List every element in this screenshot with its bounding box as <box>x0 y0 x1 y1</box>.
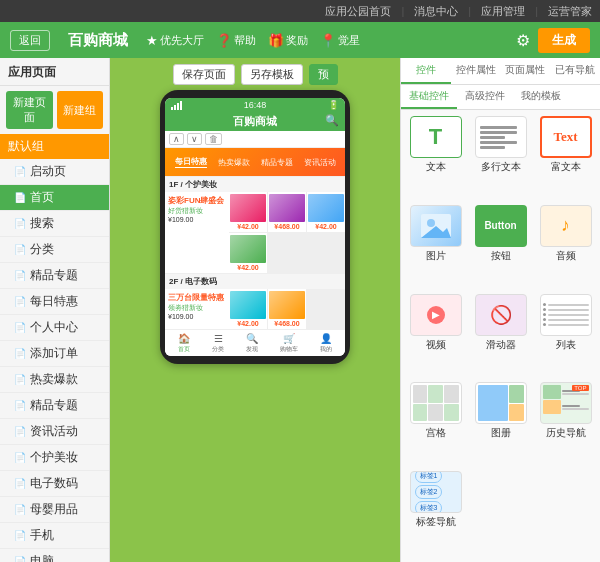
sidebar-item-babygoods[interactable]: 📄 母婴用品 <box>0 497 109 523</box>
sidebar-item-daily[interactable]: 📄 每日特惠 <box>0 289 109 315</box>
sidebar-item-computer[interactable]: 📄 电脑 <box>0 549 109 562</box>
widget-gallery[interactable]: 图册 <box>470 382 531 467</box>
preview-button[interactable]: 预 <box>309 64 338 85</box>
nav-down-button[interactable]: ∨ <box>187 133 202 145</box>
sidebar-item-mobile[interactable]: 📄 手机 <box>0 523 109 549</box>
widget-list[interactable]: 列表 <box>535 294 596 379</box>
phone-shop-name: 百购商城 <box>233 115 277 127</box>
nav-trash-button[interactable]: 🗑 <box>205 133 222 145</box>
widget-audio[interactable]: ♪ 音频 <box>535 205 596 290</box>
phone-nav-discover[interactable]: 🔍 发现 <box>246 333 258 354</box>
header-tool-location[interactable]: 📍 觉星 <box>320 33 360 48</box>
widget-slider[interactable]: 🚫 滑动器 <box>470 294 531 379</box>
video-widget-icon: ▶ <box>410 294 462 336</box>
phone-status-bar: 16:48 🔋 <box>165 98 345 112</box>
phone-grid-item[interactable]: ¥42.00 <box>229 289 267 329</box>
widget-video[interactable]: ▶ 视频 <box>405 294 466 379</box>
phone-search-icon[interactable]: 🔍 <box>325 114 339 127</box>
header-tool-reward[interactable]: 🎁 奖励 <box>268 33 308 48</box>
phone-grid-item[interactable]: ¥42.00 <box>229 233 267 273</box>
page-icon: 📄 <box>14 556 26 562</box>
right-tabs: 控件 控件属性 页面属性 已有导航 <box>401 58 600 85</box>
widget-multitext[interactable]: 多行文本 <box>470 116 531 201</box>
sidebar-item-news[interactable]: 📄 资讯活动 <box>0 419 109 445</box>
banner-tab-hot[interactable]: 热卖爆款 <box>218 157 250 168</box>
widget-image-label: 图片 <box>426 249 446 263</box>
save-template-button[interactable]: 另存模板 <box>241 64 303 85</box>
new-group-button[interactable]: 新建组 <box>57 91 104 129</box>
richtext-widget-icon: Text <box>540 116 592 158</box>
center-content: 保存页面 另存模板 预 16:48 🔋 <box>110 58 400 562</box>
widget-tab-basic[interactable]: 基础控件 <box>401 85 457 109</box>
phone-grid-item[interactable]: ¥468.00 <box>268 192 306 232</box>
phone-banner: 每日特惠 热卖爆款 精品专题 资讯活动 <box>165 148 345 176</box>
top-nav-park[interactable]: 应用公园首页 <box>325 4 391 19</box>
sidebar-item-hotsale[interactable]: 📄 热卖爆款 <box>0 367 109 393</box>
page-icon: 📄 <box>14 530 26 541</box>
page-icon: 📄 <box>14 426 26 437</box>
widget-list-label: 列表 <box>556 338 576 352</box>
sidebar-item-orders[interactable]: 📄 添加订单 <box>0 341 109 367</box>
widget-grid-label: 宫格 <box>426 426 446 440</box>
widget-grid[interactable]: 宫格 <box>405 382 466 467</box>
new-page-button[interactable]: 新建页面 <box>6 91 53 129</box>
center-toolbar: 保存页面 另存模板 预 <box>116 64 394 85</box>
phone-nav-profile[interactable]: 👤 我的 <box>320 333 332 354</box>
sidebar-item-beauty[interactable]: 📄 个护美妆 <box>0 445 109 471</box>
sidebar-item-home[interactable]: 📄 首页 <box>0 185 109 211</box>
phone-promo-1: 姿彩FUN肆盛会 好货猎新妆 ¥109.00 <box>165 192 229 273</box>
phone-nav-cart[interactable]: 🛒 购物车 <box>280 333 298 354</box>
sidebar-item-featured2[interactable]: 📄 精品专题 <box>0 393 109 419</box>
banner-tab-featured[interactable]: 精品专题 <box>261 157 293 168</box>
sidebar-item-electronics[interactable]: 📄 电子数码 <box>0 471 109 497</box>
tab-widgets[interactable]: 控件 <box>401 58 451 84</box>
list-widget-icon <box>540 294 592 336</box>
text-widget-icon: T <box>410 116 462 158</box>
sidebar-item-search[interactable]: 📄 搜索 <box>0 211 109 237</box>
text-lines <box>476 122 526 153</box>
widget-tab-advanced[interactable]: 高级控件 <box>457 85 513 109</box>
header-tool-help[interactable]: ❓ 帮助 <box>216 33 256 48</box>
generate-button[interactable]: 生成 <box>538 28 590 53</box>
tab-page-props[interactable]: 页面属性 <box>501 58 551 84</box>
sidebar-item-featured[interactable]: 📄 精品专题 <box>0 263 109 289</box>
main-layout: 应用页面 新建页面 新建组 默认组 📄 启动页 📄 首页 📄 搜索 📄 分类 📄… <box>0 58 600 562</box>
widget-history[interactable]: TOP 历史导航 <box>535 382 596 467</box>
widget-text[interactable]: T 文本 <box>405 116 466 201</box>
top-nav-messages[interactable]: 消息中心 <box>414 4 458 19</box>
phone-nav-category[interactable]: ☰ 分类 <box>212 333 224 354</box>
phone-grid-item[interactable]: ¥468.00 <box>268 289 306 329</box>
banner-tab-news[interactable]: 资讯活动 <box>304 157 336 168</box>
header-tool-priority[interactable]: ★ 优先大厅 <box>146 33 204 48</box>
header: 返回 百购商城 ★ 优先大厅 ❓ 帮助 🎁 奖励 📍 觉星 ⚙ 生成 <box>0 22 600 58</box>
sidebar-group-default[interactable]: 默认组 <box>0 134 109 159</box>
widget-tagnav[interactable]: 标签1 标签2 标签3 标签导航 <box>405 471 466 556</box>
mini-grid <box>411 383 461 423</box>
multitext-widget-icon <box>475 116 527 158</box>
widget-richtext[interactable]: Text 富文本 <box>535 116 596 201</box>
back-button[interactable]: 返回 <box>10 30 50 51</box>
widget-button[interactable]: Button 按钮 <box>470 205 531 290</box>
sidebar-item-launch[interactable]: 📄 启动页 <box>0 159 109 185</box>
widget-image[interactable]: 图片 <box>405 205 466 290</box>
widget-tab-templates[interactable]: 我的模板 <box>513 85 569 109</box>
button-widget-icon: Button <box>475 205 527 247</box>
tab-nav[interactable]: 已有导航 <box>550 58 600 84</box>
banner-tab-daily[interactable]: 每日特惠 <box>175 156 207 168</box>
slider-widget-icon: 🚫 <box>475 294 527 336</box>
top-nav-operations[interactable]: 运营管家 <box>548 4 592 19</box>
save-page-button[interactable]: 保存页面 <box>173 64 235 85</box>
page-icon: 📄 <box>14 192 26 203</box>
sidebar-item-category[interactable]: 📄 分类 <box>0 237 109 263</box>
text-line <box>480 141 518 144</box>
phone-grid-item[interactable]: ¥42.00 <box>307 192 345 232</box>
gear-button[interactable]: ⚙ <box>516 31 530 50</box>
nav-up-button[interactable]: ∧ <box>169 133 184 145</box>
page-icon: 📄 <box>14 166 26 177</box>
top-nav-apps[interactable]: 应用管理 <box>481 4 525 19</box>
tab-widget-props[interactable]: 控件属性 <box>451 58 501 84</box>
sidebar-item-profile[interactable]: 📄 个人中心 <box>0 315 109 341</box>
phone-grid-item[interactable]: ¥42.00 <box>229 192 267 232</box>
product-image <box>230 194 266 222</box>
phone-nav-home[interactable]: 🏠 首页 <box>178 333 190 354</box>
